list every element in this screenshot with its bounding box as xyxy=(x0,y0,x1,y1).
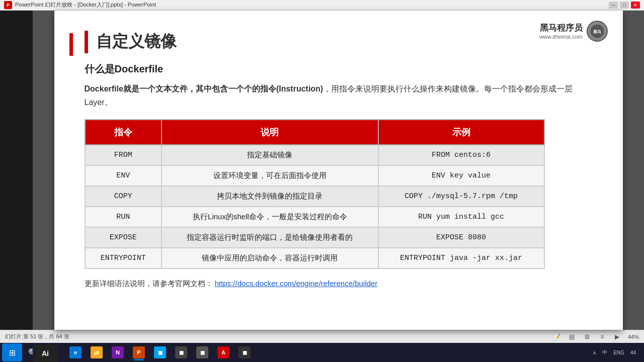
taskbar: ⊞ 🔍 ⧉ e 📁 N P ◼ ◼ ◼ A ◼ ∧ 中 ENG 44 Ai xyxy=(0,343,644,362)
logo-area: 黑马程序员 www.itheima.com 黑马 xyxy=(539,21,608,42)
tray-lang[interactable]: 中 xyxy=(600,348,609,357)
example-cell: COPY ./mysql-5.7.rpm /tmp xyxy=(378,186,544,207)
table-header-cmd: 指令 xyxy=(85,120,162,145)
desc-cell: 拷贝本地文件到镜像的指定目录 xyxy=(162,186,378,207)
explorer-icon: 📁 xyxy=(91,346,103,358)
example-cell: RUN yum install gcc xyxy=(378,207,544,227)
app10-icon: ◼ xyxy=(238,346,251,358)
footer: 更新详细语法说明，请参考官网文档： https://docs.docker.co… xyxy=(85,279,593,289)
window-title: PowerPoint 幻灯片放映 - [Docker入门].pptx] - Po… xyxy=(15,1,156,9)
desc-cell: 指定容器运行时监听的端口，是给镜像使用者看的 xyxy=(162,227,378,248)
tray-time: 44 xyxy=(628,349,638,356)
app8-icon: ◼ xyxy=(196,346,208,358)
title-bar-left: P PowerPoint 幻灯片放映 - [Docker入门].pptx] - … xyxy=(4,1,156,9)
desc-cell: 执行Linux的shell命令，一般是安装过程的命令 xyxy=(162,207,378,227)
slide-title: 自定义镜像 xyxy=(96,31,177,53)
app6-icon: ◼ xyxy=(154,346,166,358)
logo-name: 黑马程序员 xyxy=(539,22,583,34)
cmd-cell: EXPOSE xyxy=(85,227,162,248)
edge-taskbar-app[interactable]: e xyxy=(65,343,86,361)
desc-bold: 指令(Instruction) xyxy=(260,84,323,93)
minimize-button[interactable]: ─ xyxy=(609,2,618,9)
slide-subtitle: 什么是Dockerfile xyxy=(85,62,593,76)
view-reading-icon[interactable]: ≡ xyxy=(598,332,607,341)
table-row: RUN 执行Linux的shell命令，一般是安装过程的命令 RUN yum i… xyxy=(85,207,544,227)
edge-icon: e xyxy=(69,346,82,358)
logo-url: www.itheima.com xyxy=(539,34,583,40)
app10-taskbar[interactable]: ◼ xyxy=(234,343,255,361)
taskbar-tray: ∧ 中 ENG 44 xyxy=(587,348,642,357)
table-row: ENV 设置环境变量，可在后面指令使用 ENV key value xyxy=(85,165,544,186)
footer-text: 更新详细语法说明，请参考官网文档： xyxy=(85,279,213,288)
onenote-icon: N xyxy=(112,346,124,358)
table-row: ENTRYPOINT 镜像中应用的启动命令，容器运行时调用 ENTRYPOINT… xyxy=(85,248,544,268)
redapp-taskbar[interactable]: A xyxy=(213,343,233,361)
cmd-cell: ENTRYPOINT xyxy=(85,248,162,268)
tray-eng[interactable]: ENG xyxy=(611,349,626,356)
app7-icon: ◼ xyxy=(175,346,187,358)
footer-link[interactable]: https://docs.docker.com/engine/reference… xyxy=(215,279,378,288)
slide: 黑马程序员 www.itheima.com 黑马 自定义镜像 什么是Docker… xyxy=(54,11,623,330)
app7-taskbar[interactable]: ◼ xyxy=(171,343,191,361)
tray-chevron[interactable]: ∧ xyxy=(591,349,598,356)
table-row: COPY 拷贝本地文件到镜像的指定目录 COPY ./mysql-5.7.rpm… xyxy=(85,186,544,207)
table-header-example: 示例 xyxy=(378,120,544,145)
cmd-cell: COPY xyxy=(85,186,162,207)
slide-info: 幻灯片 第 51 张，共 64 张 xyxy=(5,333,69,340)
app6-taskbar[interactable]: ◼ xyxy=(150,343,170,361)
ai-badge[interactable]: Ai xyxy=(33,345,58,362)
logo-circle: 黑马 xyxy=(587,21,608,42)
zoom-level: 44% xyxy=(628,334,639,340)
notes-icon[interactable]: 📝 xyxy=(552,332,561,341)
example-cell: EXPOSE 8080 xyxy=(378,227,544,248)
app8-taskbar[interactable]: ◼ xyxy=(192,343,212,361)
desc-cell: 指定基础镜像 xyxy=(162,145,378,165)
ppt-taskbar-icon: P xyxy=(133,346,145,358)
desc-cell: 设置环境变量，可在后面指令使用 xyxy=(162,165,378,186)
powerpoint-taskbar-app[interactable]: P xyxy=(129,343,149,361)
slide-container: 黑马程序员 www.itheima.com 黑马 自定义镜像 什么是Docker… xyxy=(0,11,644,330)
cmd-cell: RUN xyxy=(85,207,162,227)
example-cell: ENTRYPOINT java -jar xx.jar xyxy=(378,248,544,268)
status-right: 📝 ▤ ⊞ ≡ ▶ 44% xyxy=(552,332,639,341)
title-accent xyxy=(85,31,88,53)
slide-wrapper: 黑马程序员 www.itheima.com 黑马 自定义镜像 什么是Docker… xyxy=(33,11,644,330)
close-button[interactable]: ✕ xyxy=(631,2,640,9)
example-cell: ENV key value xyxy=(378,165,544,186)
start-button[interactable]: ⊞ xyxy=(2,343,22,361)
example-cell: FROM centos:6 xyxy=(378,145,544,165)
redapp-icon: A xyxy=(217,346,229,358)
view-normal-icon[interactable]: ▤ xyxy=(568,332,577,341)
cmd-cell: FROM xyxy=(85,145,162,165)
dockerfile-table: 指令 说明 示例 FROM 指定基础镜像 FROM centos:6 ENV 设… xyxy=(85,119,545,269)
onenote-taskbar-app[interactable]: N xyxy=(108,343,128,361)
window-controls[interactable]: ─ □ ✕ xyxy=(609,2,640,9)
explorer-taskbar-app[interactable]: 📁 xyxy=(87,343,107,361)
desc-prefix: Dockerfile就是一个文本文件，其中包含一个个的 xyxy=(85,84,260,93)
slide-accent xyxy=(69,33,73,56)
view-slide-icon[interactable]: ⊞ xyxy=(583,332,592,341)
restore-button[interactable]: □ xyxy=(620,2,629,9)
slide-description: Dockerfile就是一个文本文件，其中包含一个个的指令(Instructio… xyxy=(85,82,593,109)
left-panel xyxy=(0,11,33,330)
desc-cell: 镜像中应用的启动命令，容器运行时调用 xyxy=(162,248,378,268)
table-row: FROM 指定基础镜像 FROM centos:6 xyxy=(85,145,544,165)
powerpoint-icon: P xyxy=(4,1,12,9)
slideshow-icon[interactable]: ▶ xyxy=(613,332,622,341)
title-bar: P PowerPoint 幻灯片放映 - [Docker入门].pptx] - … xyxy=(0,0,644,11)
cmd-cell: ENV xyxy=(85,165,162,186)
table-row: EXPOSE 指定容器运行时监听的端口，是给镜像使用者看的 EXPOSE 808… xyxy=(85,227,544,248)
svg-text:黑马: 黑马 xyxy=(593,30,601,34)
table-header-desc: 说明 xyxy=(162,120,378,145)
status-bar: 幻灯片 第 51 张，共 64 张 📝 ▤ ⊞ ≡ ▶ 44% xyxy=(0,330,644,343)
